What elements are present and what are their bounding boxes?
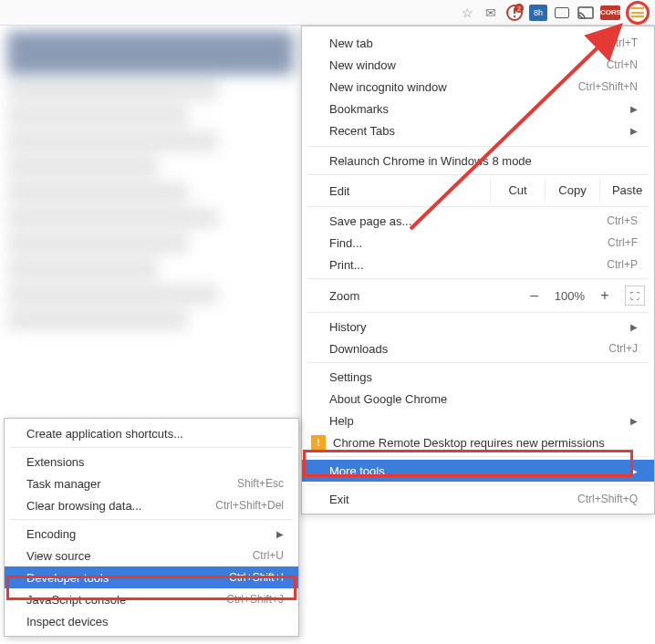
chevron-right-icon: ▶: [276, 529, 284, 539]
warning-text: Chrome Remote Desktop requires new permi…: [333, 436, 605, 450]
menu-shortcut: Ctrl+J: [608, 342, 638, 355]
submenu-encoding[interactable]: Encoding▶: [5, 523, 298, 545]
submenu-view-source[interactable]: View sourceCtrl+U: [5, 545, 298, 566]
menu-label: Create application shortcuts...: [26, 427, 183, 441]
menu-shortcut: Ctrl+Shift+N: [578, 80, 638, 93]
menu-shortcut: Ctrl+U: [253, 549, 284, 562]
menu-settings[interactable]: Settings: [302, 366, 654, 388]
menu-find[interactable]: Find...Ctrl+F: [302, 232, 654, 254]
menu-label: JavaScript console: [26, 593, 126, 607]
submenu-extensions[interactable]: Extensions: [5, 451, 298, 473]
menu-label: View source: [26, 549, 91, 563]
zoom-out-button[interactable]: –: [527, 287, 542, 304]
menu-label: Recent Tabs: [329, 124, 395, 138]
submenu-clear-data[interactable]: Clear browsing data...Ctrl+Shift+Del: [5, 494, 298, 516]
menu-label: History: [329, 320, 366, 334]
menu-bookmarks[interactable]: Bookmarks▶: [302, 98, 654, 119]
bookmark-star-icon[interactable]: ☆: [458, 4, 476, 22]
menu-label: Exit: [329, 493, 349, 506]
separator: [307, 456, 649, 457]
menu-label: Inspect devices: [26, 615, 109, 628]
menu-new-incognito[interactable]: New incognito windowCtrl+Shift+N: [302, 76, 654, 98]
separator: [307, 206, 649, 207]
chevron-right-icon: ▶: [630, 466, 638, 476]
separator: [307, 312, 649, 313]
chevron-right-icon: ▶: [630, 416, 638, 426]
menu-label: More tools: [329, 464, 385, 478]
chrome-main-menu: New tabCtrl+T New windowCtrl+N New incog…: [301, 26, 655, 514]
menu-label: New incognito window: [329, 80, 447, 94]
submenu-developer-tools[interactable]: Developer toolsCtrl+Shift+I: [5, 566, 298, 588]
menu-warning-row[interactable]: ! Chrome Remote Desktop requires new per…: [302, 431, 654, 453]
zoom-in-button[interactable]: +: [598, 287, 612, 304]
edit-paste-button[interactable]: Paste: [599, 178, 654, 203]
menu-shortcut: Shift+Esc: [237, 477, 284, 490]
mail-icon[interactable]: ✉: [482, 4, 500, 22]
chevron-right-icon: ▶: [630, 322, 638, 332]
submenu-js-console[interactable]: JavaScript consoleCtrl+Shift+J: [5, 588, 298, 610]
window-icon[interactable]: [553, 4, 571, 22]
menu-label: Settings: [329, 370, 372, 384]
menu-label: About Google Chrome: [329, 392, 447, 406]
hamburger-menu-circle: [626, 1, 650, 25]
separator: [307, 146, 649, 147]
edit-copy-button[interactable]: Copy: [545, 178, 599, 203]
blurred-page-content: [0, 26, 301, 418]
menu-shortcut: Ctrl+Shift+Q: [577, 493, 638, 505]
submenu-task-manager[interactable]: Task managerShift+Esc: [5, 473, 298, 494]
cors-extension-icon[interactable]: CORS: [600, 5, 620, 20]
edit-cut-button[interactable]: Cut: [490, 178, 545, 203]
menu-label: Extensions: [26, 455, 85, 469]
menu-label: Clear browsing data...: [26, 499, 141, 513]
separator: [10, 519, 293, 520]
menu-recent-tabs[interactable]: Recent Tabs▶: [302, 119, 654, 141]
menu-history[interactable]: History▶: [302, 316, 654, 338]
menu-label: Print...: [329, 258, 364, 272]
separator: [10, 447, 293, 448]
menu-zoom-row: Zoom – 100% + ⛶: [302, 282, 654, 309]
menu-label: Edit: [329, 184, 490, 198]
menu-shortcut: Ctrl+Shift+Del: [215, 499, 284, 512]
menu-shortcut: Ctrl+Shift+J: [226, 593, 284, 606]
svg-text:2: 2: [517, 5, 521, 12]
menu-downloads[interactable]: DownloadsCtrl+J: [302, 338, 654, 359]
menu-new-tab[interactable]: New tabCtrl+T: [302, 32, 654, 54]
menu-edit-row: Edit Cut Copy Paste: [302, 178, 654, 203]
menu-relaunch-win8[interactable]: Relaunch Chrome in Windows 8 mode: [302, 150, 654, 171]
menu-shortcut: Ctrl+N: [607, 58, 638, 71]
menu-save-page[interactable]: Save page as...Ctrl+S: [302, 210, 654, 232]
separator: [307, 174, 649, 175]
menu-help[interactable]: Help▶: [302, 410, 654, 431]
extension-shield-icon[interactable]: 2: [505, 4, 524, 22]
menu-shortcut: Ctrl+T: [608, 36, 638, 49]
menu-label: Encoding: [26, 527, 76, 541]
menu-about[interactable]: About Google Chrome: [302, 388, 654, 410]
menu-label: Bookmarks: [329, 102, 389, 116]
separator: [307, 484, 649, 485]
chevron-right-icon: ▶: [630, 104, 638, 114]
warning-icon: !: [311, 435, 326, 450]
menu-exit[interactable]: ExitCtrl+Shift+Q: [302, 488, 654, 510]
menu-label: Downloads: [329, 342, 388, 356]
submenu-inspect-devices[interactable]: Inspect devices: [5, 610, 298, 632]
menu-shortcut: Ctrl+P: [607, 258, 638, 271]
zoom-value: 100%: [555, 289, 585, 303]
fullscreen-button[interactable]: ⛶: [625, 286, 645, 306]
menu-print[interactable]: Print...Ctrl+P: [302, 254, 654, 275]
submenu-create-shortcuts[interactable]: Create application shortcuts...: [5, 422, 298, 444]
menu-label: Task manager: [26, 477, 101, 491]
hamburger-menu-icon[interactable]: [631, 7, 644, 17]
menu-label: Zoom: [329, 289, 527, 303]
chevron-right-icon: ▶: [630, 126, 638, 136]
extension-blue-icon[interactable]: 8h: [529, 5, 547, 21]
menu-label: Relaunch Chrome in Windows 8 mode: [329, 154, 532, 168]
menu-more-tools[interactable]: More tools▶: [302, 460, 654, 482]
separator: [307, 362, 649, 363]
menu-label: Find...: [329, 236, 362, 250]
menu-new-window[interactable]: New windowCtrl+N: [302, 54, 654, 76]
menu-label: New tab: [329, 36, 373, 50]
browser-toolbar: ☆ ✉ 2 8h CORS: [0, 0, 655, 26]
cast-icon[interactable]: [577, 4, 595, 22]
menu-shortcut: Ctrl+Shift+I: [229, 571, 284, 584]
more-tools-submenu: Create application shortcuts... Extensio…: [4, 418, 299, 637]
